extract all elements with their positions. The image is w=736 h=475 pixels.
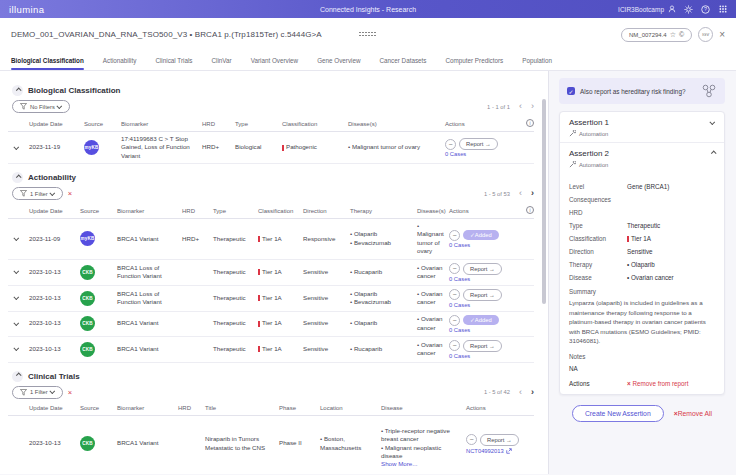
expand-row-icon[interactable] bbox=[8, 146, 26, 150]
biological-filter-chip[interactable]: No Filters bbox=[12, 100, 70, 113]
clinical-trials-filter-chip[interactable]: 1 Filter bbox=[12, 386, 63, 399]
transcript-pill[interactable]: NM_007294.4 ☆ © bbox=[621, 28, 692, 42]
assertion-1-title: Assertion 1 bbox=[569, 118, 715, 127]
expand-row-icon[interactable] bbox=[8, 237, 26, 241]
igv-button[interactable]: IGV bbox=[698, 27, 713, 42]
next-page-icon[interactable]: › bbox=[531, 189, 534, 198]
evidence-main-panel: Biological Classification No Filters 1 -… bbox=[0, 71, 548, 474]
tab-clinvar[interactable]: ClinVar bbox=[211, 51, 231, 70]
clear-filter-icon[interactable]: × bbox=[68, 189, 72, 198]
clear-filter-icon[interactable]: × bbox=[68, 388, 72, 397]
funnel-icon bbox=[20, 190, 27, 197]
cases-link[interactable]: 0 Cases bbox=[449, 302, 519, 308]
remove-all-link[interactable]: Remove All bbox=[674, 410, 712, 417]
biological-pagination: 1 - 1 of 1 bbox=[487, 104, 510, 110]
copy-info-icon[interactable]: © bbox=[679, 31, 684, 38]
tab-cancer-datasets[interactable]: Cancer Datasets bbox=[380, 51, 427, 70]
cases-link[interactable]: 0 Cases bbox=[449, 242, 519, 248]
report-button[interactable]: Report bbox=[463, 340, 502, 352]
hereditary-checkbox[interactable] bbox=[567, 87, 575, 95]
table-row: 2023-11-09 myKB BRCA1 Variant HRD+ Thera… bbox=[8, 219, 534, 259]
tab-actionability[interactable]: Actionability bbox=[103, 51, 137, 70]
next-page-icon[interactable]: › bbox=[531, 388, 534, 397]
settings-gear-icon[interactable] bbox=[684, 5, 693, 14]
consequences-label: Consequences bbox=[569, 196, 627, 203]
assertion-1-header[interactable]: Assertion 1 Automation bbox=[560, 112, 724, 143]
prev-page-icon[interactable]: ‹ bbox=[519, 189, 522, 198]
remove-row-button[interactable]: − bbox=[449, 340, 460, 351]
classification-value: Tier 1A bbox=[631, 235, 651, 242]
classification-severity-bar bbox=[627, 236, 629, 242]
assertion-2-header[interactable]: Assertion 2 Automation bbox=[560, 143, 724, 173]
tab-gene-overview[interactable]: Gene Overview bbox=[317, 51, 360, 70]
added-button[interactable]: Added bbox=[463, 315, 499, 325]
info-icon[interactable]: i bbox=[526, 206, 534, 214]
table-row: 2023-11-19 myKB 17:41199683 C > T Stop G… bbox=[8, 132, 534, 164]
remove-row-button[interactable]: − bbox=[445, 139, 456, 150]
remove-row-button[interactable]: − bbox=[449, 289, 460, 300]
account-menu[interactable]: ICIR3Bootcamp bbox=[618, 5, 676, 14]
actionability-filter-chip[interactable]: 1 Filter bbox=[12, 187, 63, 200]
help-icon[interactable]: ? bbox=[701, 5, 710, 14]
type-value: Therapeutic bbox=[627, 222, 715, 229]
remove-row-button[interactable]: − bbox=[449, 315, 460, 326]
report-button[interactable]: Report bbox=[463, 289, 502, 301]
expand-row-icon[interactable] bbox=[8, 322, 26, 326]
expand-row-icon[interactable] bbox=[8, 347, 26, 351]
collapse-biological-button[interactable] bbox=[12, 85, 23, 96]
table-row: 2023-10-13 CKB BRCA1 Variant Niraparib i… bbox=[8, 416, 534, 472]
cases-link[interactable]: 0 Cases bbox=[445, 151, 519, 157]
table-row: 2023-10-13 CKB BRCA1 Loss of Function Va… bbox=[8, 260, 534, 286]
report-button[interactable]: Report bbox=[480, 434, 519, 446]
close-icon[interactable]: × bbox=[719, 30, 725, 40]
chevron-down-icon bbox=[49, 190, 55, 196]
expand-row-icon[interactable] bbox=[8, 270, 26, 274]
report-button[interactable]: Report bbox=[459, 138, 498, 150]
remove-row-button[interactable]: − bbox=[449, 263, 460, 274]
external-link-icon bbox=[506, 448, 512, 454]
cases-link[interactable]: 0 Cases bbox=[449, 353, 519, 359]
tab-biological-classification[interactable]: Biological Classification bbox=[11, 51, 84, 70]
show-more-link[interactable]: Show More... bbox=[381, 460, 417, 467]
tab-computer-predictors[interactable]: Computer Predictors bbox=[445, 51, 503, 70]
info-icon[interactable]: i bbox=[526, 119, 534, 127]
added-button[interactable]: Added bbox=[463, 230, 499, 240]
disease-value: • Ovarian cancer bbox=[627, 274, 715, 281]
source-badge-ckb[interactable]: CKB bbox=[80, 265, 95, 280]
type-label: Type bbox=[569, 222, 627, 229]
variant-tab-bar: Biological Classification Actionability … bbox=[0, 51, 736, 71]
next-page-icon[interactable]: › bbox=[531, 102, 534, 111]
drag-handle[interactable] bbox=[359, 32, 377, 38]
cases-link[interactable]: 0 Cases bbox=[449, 327, 519, 333]
source-badge-mykb[interactable]: myKB bbox=[80, 231, 95, 246]
remove-row-button[interactable]: − bbox=[466, 434, 477, 445]
tab-clinical-trials[interactable]: Clinical Trials bbox=[155, 51, 192, 70]
tab-population[interactable]: Population bbox=[522, 51, 552, 70]
report-button[interactable]: Report bbox=[463, 263, 502, 275]
tab-variant-overview[interactable]: Variant Overview bbox=[251, 51, 298, 70]
remove-row-button[interactable]: − bbox=[449, 230, 460, 241]
cases-link[interactable]: 0 Cases bbox=[449, 276, 519, 282]
collapse-actionability-button[interactable] bbox=[12, 172, 23, 183]
vertical-scrollbar[interactable] bbox=[542, 99, 546, 304]
collapse-clinical-trials-button[interactable] bbox=[12, 371, 23, 382]
remove-from-report-link[interactable]: Remove from report bbox=[627, 380, 715, 387]
apps-grid-icon[interactable] bbox=[718, 5, 727, 14]
prev-page-icon[interactable]: ‹ bbox=[519, 102, 522, 111]
source-badge-ckb[interactable]: CKB bbox=[80, 436, 95, 451]
source-badge-ckb[interactable]: CKB bbox=[80, 316, 95, 331]
expand-row-icon[interactable] bbox=[8, 296, 26, 300]
star-icon[interactable]: ☆ bbox=[670, 31, 676, 39]
classification-severity-bar bbox=[258, 346, 260, 352]
create-new-assertion-button[interactable]: Create New Assertion bbox=[572, 405, 664, 422]
prev-page-icon[interactable]: ‹ bbox=[519, 388, 522, 397]
direction-value: Sensitive bbox=[627, 248, 715, 255]
source-badge-ckb[interactable]: CKB bbox=[80, 342, 95, 357]
actions-label: Actions bbox=[569, 380, 627, 387]
illumina-logo: illumina bbox=[9, 4, 44, 15]
disease-label: Disease bbox=[569, 274, 627, 281]
trial-id-link[interactable]: NCT04992013 bbox=[466, 448, 534, 454]
actionability-table-header: Update Date Source Biomarker HRD Type Cl… bbox=[8, 203, 534, 219]
source-badge-ckb[interactable]: CKB bbox=[80, 291, 95, 306]
source-badge-mykb[interactable]: myKB bbox=[84, 140, 99, 155]
